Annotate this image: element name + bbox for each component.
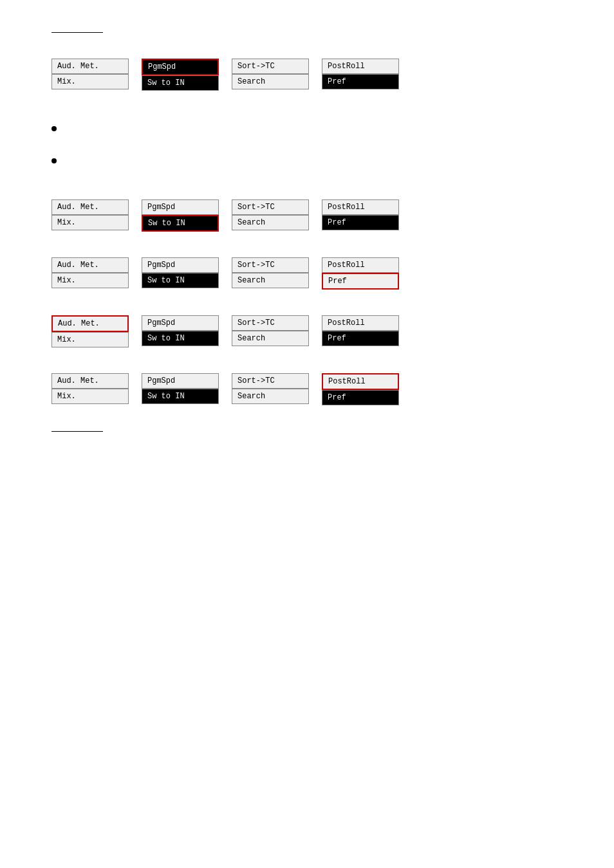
btn-pgmspd-bottom-5[interactable]: Sw to IN bbox=[142, 331, 219, 346]
btn-sort-tc-top-5[interactable]: Sort->TC bbox=[232, 315, 309, 331]
btn-aud-met-top-3[interactable]: Aud. Met. bbox=[51, 199, 129, 215]
btn-aud-met-bottom-3[interactable]: Mix. bbox=[51, 215, 129, 230]
btn-aud-met-bottom-4[interactable]: Mix. bbox=[51, 273, 129, 288]
btn-pgmspd-bottom-6[interactable]: Sw to IN bbox=[142, 389, 219, 404]
btn-group-pgmspd-5: PgmSpd Sw to IN bbox=[142, 315, 219, 347]
btn-pgmspd-bottom-4[interactable]: Sw to IN bbox=[142, 273, 219, 288]
btn-sort-tc-top-3[interactable]: Sort->TC bbox=[232, 199, 309, 215]
btn-pgmspd-bottom-3[interactable]: Sw to IN bbox=[142, 215, 219, 232]
btn-pgmspd-top-3[interactable]: PgmSpd bbox=[142, 199, 219, 215]
btn-pgmspd-bottom-1[interactable]: Sw to IN bbox=[142, 75, 219, 91]
btn-search-bottom-6[interactable]: Search bbox=[232, 389, 309, 404]
section-6: Aud. Met. Mix. PgmSpd Sw to IN Sort->TC … bbox=[26, 373, 588, 405]
bullet-item-1 bbox=[51, 123, 563, 136]
btn-group-postroll-5: PostRoll Pref bbox=[322, 315, 399, 347]
btn-group-sort-tc-4: Sort->TC Search bbox=[232, 257, 309, 290]
btn-sort-tc-top-6[interactable]: Sort->TC bbox=[232, 373, 309, 389]
btn-group-aud-met-1: Aud. Met. Mix. bbox=[51, 59, 129, 91]
btn-aud-met-bottom-6[interactable]: Mix. bbox=[51, 389, 129, 404]
btn-group-aud-met-6: Aud. Met. Mix. bbox=[51, 373, 129, 405]
btn-pgmspd-top-1[interactable]: PgmSpd bbox=[142, 59, 219, 75]
btn-group-postroll-3: PostRoll Pref bbox=[322, 199, 399, 232]
btn-search-bottom-3[interactable]: Search bbox=[232, 215, 309, 230]
btn-search-bottom-1[interactable]: Search bbox=[232, 74, 309, 89]
btn-pref-bottom-4[interactable]: Pref bbox=[322, 273, 399, 290]
btn-aud-met-top-6[interactable]: Aud. Met. bbox=[51, 373, 129, 389]
button-row-6: Aud. Met. Mix. PgmSpd Sw to IN Sort->TC … bbox=[51, 373, 563, 405]
btn-postroll-top-5[interactable]: PostRoll bbox=[322, 315, 399, 331]
btn-group-postroll-6: PostRoll Pref bbox=[322, 373, 399, 405]
bullet-text-1 bbox=[66, 123, 71, 136]
btn-postroll-top-6[interactable]: PostRoll bbox=[322, 373, 399, 390]
btn-pref-bottom-6[interactable]: Pref bbox=[322, 390, 399, 405]
btn-group-sort-tc-1: Sort->TC Search bbox=[232, 59, 309, 91]
btn-postroll-top-1[interactable]: PostRoll bbox=[322, 59, 399, 74]
btn-group-pgmspd-3: PgmSpd Sw to IN bbox=[142, 199, 219, 232]
bullet-item-2 bbox=[51, 155, 563, 168]
btn-pgmspd-top-5[interactable]: PgmSpd bbox=[142, 315, 219, 331]
btn-group-postroll-4: PostRoll Pref bbox=[322, 257, 399, 290]
btn-group-sort-tc-3: Sort->TC Search bbox=[232, 199, 309, 232]
btn-aud-met-top-1[interactable]: Aud. Met. bbox=[51, 59, 129, 74]
button-row-4: Aud. Met. Mix. PgmSpd Sw to IN Sort->TC … bbox=[51, 257, 563, 290]
bottom-rule bbox=[51, 431, 103, 432]
section-5: Aud. Met. Mix. PgmSpd Sw to IN Sort->TC … bbox=[26, 315, 588, 347]
bullet-dot-2 bbox=[51, 158, 57, 163]
button-row-3: Aud. Met. Mix. PgmSpd Sw to IN Sort->TC … bbox=[51, 199, 563, 232]
btn-pgmspd-top-6[interactable]: PgmSpd bbox=[142, 373, 219, 389]
bullet-text-2 bbox=[66, 155, 71, 168]
top-rule bbox=[51, 32, 103, 33]
btn-sort-tc-top-1[interactable]: Sort->TC bbox=[232, 59, 309, 74]
button-row-1: Aud. Met. Mix. PgmSpd Sw to IN Sort->TC … bbox=[51, 59, 563, 91]
btn-group-aud-met-4: Aud. Met. Mix. bbox=[51, 257, 129, 290]
section-3: Aud. Met. Mix. PgmSpd Sw to IN Sort->TC … bbox=[26, 199, 588, 232]
btn-group-aud-met-3: Aud. Met. Mix. bbox=[51, 199, 129, 232]
btn-postroll-top-3[interactable]: PostRoll bbox=[322, 199, 399, 215]
btn-pref-bottom-3[interactable]: Pref bbox=[322, 215, 399, 230]
btn-group-pgmspd-6: PgmSpd Sw to IN bbox=[142, 373, 219, 405]
btn-group-aud-met-5: Aud. Met. Mix. bbox=[51, 315, 129, 347]
page-container: Aud. Met. Mix. PgmSpd Sw to IN Sort->TC … bbox=[0, 13, 614, 451]
btn-aud-met-bottom-5[interactable]: Mix. bbox=[51, 332, 129, 347]
btn-aud-met-top-4[interactable]: Aud. Met. bbox=[51, 257, 129, 273]
btn-postroll-top-4[interactable]: PostRoll bbox=[322, 257, 399, 273]
btn-aud-met-top-5[interactable]: Aud. Met. bbox=[51, 315, 129, 332]
btn-group-pgmspd-4: PgmSpd Sw to IN bbox=[142, 257, 219, 290]
btn-search-bottom-4[interactable]: Search bbox=[232, 273, 309, 288]
btn-aud-met-bottom-1[interactable]: Mix. bbox=[51, 74, 129, 89]
section-1: Aud. Met. Mix. PgmSpd Sw to IN Sort->TC … bbox=[26, 59, 588, 91]
section-4: Aud. Met. Mix. PgmSpd Sw to IN Sort->TC … bbox=[26, 257, 588, 290]
btn-sort-tc-top-4[interactable]: Sort->TC bbox=[232, 257, 309, 273]
btn-pref-bottom-5[interactable]: Pref bbox=[322, 331, 399, 346]
btn-group-pgmspd-1: PgmSpd Sw to IN bbox=[142, 59, 219, 91]
bullet-section bbox=[26, 116, 588, 193]
btn-pref-bottom-1[interactable]: Pref bbox=[322, 74, 399, 89]
btn-group-postroll-1: PostRoll Pref bbox=[322, 59, 399, 91]
btn-group-sort-tc-6: Sort->TC Search bbox=[232, 373, 309, 405]
button-row-5: Aud. Met. Mix. PgmSpd Sw to IN Sort->TC … bbox=[51, 315, 563, 347]
btn-group-sort-tc-5: Sort->TC Search bbox=[232, 315, 309, 347]
btn-search-bottom-5[interactable]: Search bbox=[232, 331, 309, 346]
btn-pgmspd-top-4[interactable]: PgmSpd bbox=[142, 257, 219, 273]
bullet-dot-1 bbox=[51, 126, 57, 131]
